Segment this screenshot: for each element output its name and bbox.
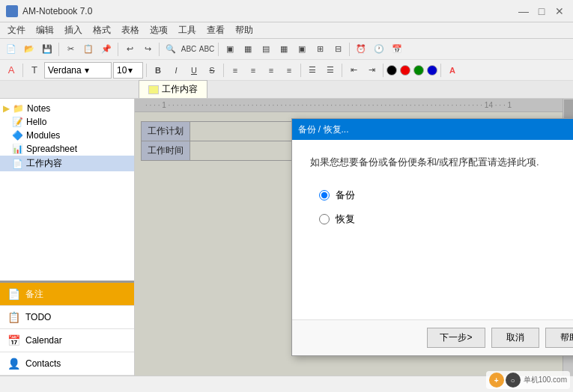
sep3 bbox=[159, 43, 160, 56]
menu-view[interactable]: 查看 bbox=[202, 22, 229, 38]
underline-btn[interactable]: U bbox=[186, 62, 202, 79]
align-justify-btn[interactable]: ≡ bbox=[281, 62, 297, 79]
align-center-btn[interactable]: ≡ bbox=[245, 62, 261, 79]
menu-help[interactable]: 帮助 bbox=[231, 22, 258, 38]
next-button[interactable]: 下一步> bbox=[427, 328, 485, 348]
copy-btn[interactable]: 📋 bbox=[80, 41, 97, 58]
spreadsheet-icon: 📊 bbox=[12, 144, 23, 154]
menu-format[interactable]: 格式 bbox=[88, 22, 115, 38]
save-btn[interactable]: 💾 bbox=[39, 41, 55, 58]
font-family-dropdown[interactable]: Verdana ▾ bbox=[44, 62, 112, 79]
align-left-btn[interactable]: ≡ bbox=[227, 62, 243, 79]
outdent-btn[interactable]: ⇤ bbox=[345, 62, 362, 79]
tb5[interactable]: ▣ bbox=[222, 41, 238, 58]
menu-file[interactable]: 文件 bbox=[3, 22, 30, 38]
tb9[interactable]: ▣ bbox=[294, 41, 310, 58]
cut-btn[interactable]: ✂ bbox=[62, 41, 79, 58]
indent-btn[interactable]: ⇥ bbox=[363, 62, 380, 79]
radio-backup-text: 备份 bbox=[336, 189, 355, 202]
tree-modules[interactable]: 🔷 Modules bbox=[0, 129, 134, 142]
sep12 bbox=[440, 64, 441, 77]
tb6[interactable]: ▦ bbox=[240, 41, 256, 58]
spell2-btn[interactable]: ABC bbox=[198, 41, 215, 58]
menu-table[interactable]: 表格 bbox=[117, 22, 144, 38]
sidebar-tree: ▶ 📁 Notes 📝 Hello 🔷 Modules 📊 Spreadshee… bbox=[0, 99, 134, 281]
tb11[interactable]: ⊟ bbox=[330, 41, 346, 58]
tab-workitem[interactable]: 工作内容 bbox=[139, 80, 207, 98]
dialog-body: 如果您想要备份或备份便条和/或程序配置请选择此项. 备份 恢复 bbox=[292, 140, 574, 319]
font-color-bg-btn[interactable]: A bbox=[3, 62, 19, 79]
redo-btn[interactable]: ↪ bbox=[139, 41, 156, 58]
backup-restore-dialog: 备份 / 恢复... ✕ 如果您想要备份或备份便条和/或程序配置请选择此项. 备… bbox=[291, 118, 574, 356]
tb8[interactable]: ▦ bbox=[276, 41, 292, 58]
watermark-text: 单机100.com bbox=[524, 375, 567, 385]
toolbar-row1: 📄 📂 💾 ✂ 📋 📌 ↩ ↪ 🔍 ABC ABC ▣ ▦ ▤ ▦ ▣ ⊞ ⊟ … bbox=[0, 39, 573, 60]
font-size-dropdown[interactable]: 10 ▾ bbox=[113, 62, 143, 79]
align-right-btn[interactable]: ≡ bbox=[263, 62, 279, 79]
help-button[interactable]: 帮助 bbox=[545, 328, 574, 348]
tree-spreadsheet[interactable]: 📊 Spreadsheet bbox=[0, 142, 134, 156]
maximize-button[interactable]: □ bbox=[534, 4, 549, 19]
tree-hello[interactable]: 📝 Hello bbox=[0, 115, 134, 129]
italic-btn[interactable]: I bbox=[168, 62, 184, 79]
workitem-label: 工作内容 bbox=[26, 157, 62, 170]
tb10[interactable]: ⊞ bbox=[312, 41, 328, 58]
tab-icon bbox=[148, 85, 159, 94]
module-icon: 🔷 bbox=[12, 130, 23, 141]
content-area: · · · · 1 · · · · · · · · · · · · · · · … bbox=[135, 99, 573, 376]
radio-restore-label[interactable]: 恢复 bbox=[319, 212, 574, 226]
tree-notes-root[interactable]: ▶ 📁 Notes bbox=[0, 102, 134, 115]
menu-edit[interactable]: 编辑 bbox=[31, 22, 58, 38]
radio-backup-label[interactable]: 备份 bbox=[319, 189, 574, 202]
find-btn[interactable]: 🔍 bbox=[163, 41, 179, 58]
paste-btn[interactable]: 📌 bbox=[98, 41, 115, 58]
modules-label: Modules bbox=[26, 130, 60, 141]
tb7[interactable]: ▤ bbox=[258, 41, 274, 58]
panel-notes[interactable]: 📄 备注 bbox=[0, 283, 134, 306]
todo-panel-label: TODO bbox=[25, 312, 51, 322]
undo-btn[interactable]: ↩ bbox=[121, 41, 138, 58]
minimize-button[interactable]: — bbox=[516, 4, 531, 19]
list-ol-btn[interactable]: ☰ bbox=[322, 62, 339, 79]
cal-btn[interactable]: 📅 bbox=[389, 41, 405, 58]
color-blue[interactable] bbox=[427, 65, 437, 76]
strike-btn[interactable]: S bbox=[204, 62, 220, 79]
notes-panel-label: 备注 bbox=[25, 288, 43, 301]
open-btn[interactable]: 📂 bbox=[21, 41, 37, 58]
app-icon bbox=[6, 5, 18, 17]
contacts-panel-label: Contacts bbox=[25, 358, 61, 369]
sep6 bbox=[22, 64, 23, 77]
main-area: ▶ 📁 Notes 📝 Hello 🔷 Modules 📊 Spreadshee… bbox=[0, 99, 573, 376]
tree-workitem[interactable]: 📄 工作内容 bbox=[0, 156, 134, 171]
toolbar-row2: A T Verdana ▾ 10 ▾ B I U S ≡ ≡ ≡ ≡ ☰ ☰ ⇤… bbox=[0, 60, 573, 81]
hello-label: Hello bbox=[26, 117, 46, 127]
sep8 bbox=[223, 64, 224, 77]
clock-btn[interactable]: 🕐 bbox=[371, 41, 387, 58]
alarm-btn[interactable]: ⏰ bbox=[353, 41, 369, 58]
menu-options[interactable]: 选项 bbox=[145, 22, 172, 38]
new-btn[interactable]: 📄 bbox=[3, 41, 19, 58]
spell1-btn[interactable]: ABC bbox=[181, 41, 197, 58]
radio-backup[interactable] bbox=[319, 190, 330, 200]
panel-todo[interactable]: 📋 TODO bbox=[0, 306, 134, 329]
radio-restore-text: 恢复 bbox=[336, 212, 355, 226]
menu-insert[interactable]: 插入 bbox=[60, 22, 87, 38]
bold-btn[interactable]: B bbox=[150, 62, 166, 79]
color-red[interactable] bbox=[400, 65, 410, 76]
spreadsheet-label: Spreadsheet bbox=[26, 144, 77, 154]
sep4 bbox=[218, 43, 219, 56]
highlight-btn[interactable]: A bbox=[444, 62, 461, 79]
logo-circle-plus: + bbox=[489, 373, 504, 388]
radio-restore[interactable] bbox=[319, 214, 330, 224]
color-black[interactable] bbox=[386, 65, 397, 76]
color-green[interactable] bbox=[413, 65, 424, 76]
sep1 bbox=[58, 43, 59, 56]
list-ul-btn[interactable]: ☰ bbox=[304, 62, 321, 79]
folder-icon: ▶ bbox=[3, 103, 10, 114]
panel-contacts[interactable]: 👤 Contacts bbox=[0, 352, 134, 376]
menu-tools[interactable]: 工具 bbox=[174, 22, 201, 38]
font-icon-btn[interactable]: T bbox=[26, 62, 43, 79]
panel-calendar[interactable]: 📅 Calendar bbox=[0, 329, 134, 352]
close-button[interactable]: ✕ bbox=[552, 4, 567, 19]
cancel-button[interactable]: 取消 bbox=[491, 328, 539, 348]
